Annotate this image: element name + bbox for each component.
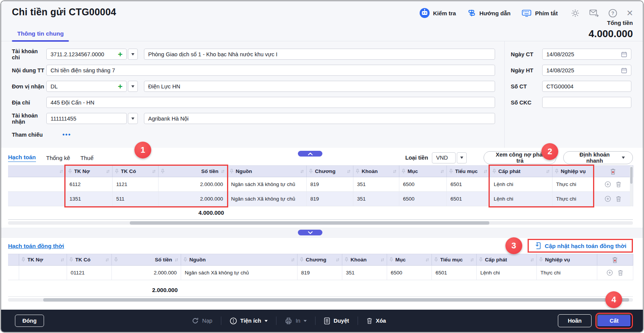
col-khoan[interactable]: Khoản (362, 168, 391, 174)
sort-icon[interactable] (175, 258, 178, 262)
utilities-button[interactable]: Tiện ích (230, 317, 268, 325)
gear-icon[interactable] (571, 9, 580, 18)
table-row[interactable]: 01121 2.000.000Ngân sách Xã không tự chủ… (8, 266, 633, 280)
pin-icon[interactable] (555, 169, 559, 174)
check-button[interactable]: Kiểm tra (420, 8, 456, 18)
table-row[interactable]: 1351511 2.000.000Ngân sách Xã không tự c… (8, 192, 633, 206)
col-cap-phat[interactable]: Cấp phát (499, 168, 544, 174)
receiver-desc[interactable]: Điện Lực HN (144, 81, 495, 92)
content-input[interactable]: Chi tiền điện sáng tháng 7 (46, 65, 495, 76)
sort-icon[interactable] (60, 258, 64, 262)
table-row[interactable]: 61121121 2.000.000Ngân sách Xã không tự … (8, 177, 633, 192)
receive-account-dropdown[interactable] (128, 113, 138, 124)
pin-icon[interactable] (21, 257, 25, 262)
col-nguon[interactable]: Nguồn (190, 257, 289, 263)
pin-icon[interactable] (230, 169, 234, 174)
pin-icon[interactable] (115, 169, 119, 174)
col-chuong[interactable]: Chương (306, 257, 333, 263)
delete-all-icon[interactable] (610, 168, 616, 175)
update-simultaneous-button[interactable]: Cập nhật hạch toán đồng thời (528, 239, 633, 253)
col-tieu-muc[interactable]: Tiểu mục (455, 168, 481, 174)
col-tieu-muc[interactable]: Tiểu mục (440, 257, 468, 263)
tab-thong-ke[interactable]: Thống kê (46, 155, 70, 161)
ckc-no-input[interactable] (542, 97, 631, 108)
sort-icon[interactable] (59, 169, 63, 174)
pin-icon[interactable] (356, 169, 360, 174)
col-muc[interactable]: Mục (396, 257, 423, 263)
pin-icon[interactable] (69, 257, 73, 262)
add-icon[interactable]: + (118, 82, 123, 90)
calendar-icon[interactable] (621, 51, 627, 57)
print-button[interactable]: In (285, 317, 307, 325)
col-so-tien[interactable]: Số tiền (120, 257, 172, 263)
add-row-icon[interactable] (605, 196, 611, 202)
sort-icon[interactable] (347, 169, 351, 174)
tab-thue[interactable]: Thuế (80, 155, 93, 161)
pin-icon[interactable] (68, 169, 72, 174)
approve-button[interactable]: Duyệt (324, 317, 349, 325)
pin-icon[interactable] (309, 169, 313, 174)
sort-icon[interactable] (440, 169, 444, 174)
sort-icon[interactable] (336, 258, 340, 262)
pin-icon[interactable] (449, 169, 453, 174)
delete-row-icon[interactable] (616, 196, 621, 202)
close-icon[interactable]: × (627, 9, 633, 17)
add-icon[interactable]: + (118, 50, 123, 58)
quick-posting-button[interactable]: Định khoản nhanh (563, 151, 633, 164)
sort-icon[interactable] (470, 258, 474, 262)
pin-icon[interactable] (114, 257, 118, 262)
pin-icon[interactable] (402, 169, 405, 174)
pin-icon[interactable] (434, 257, 438, 262)
tab-thong-tin-chung[interactable]: Thông tin chung (12, 30, 69, 41)
close-button[interactable]: Đóng (15, 315, 44, 327)
col-tk-co[interactable]: TK Có (75, 257, 103, 263)
pay-account-dropdown[interactable] (128, 49, 138, 60)
sort-icon[interactable] (221, 169, 225, 174)
tab-hach-toan[interactable]: Hạch toán (8, 154, 36, 162)
delete-row-icon[interactable] (618, 269, 623, 276)
delete-row-icon[interactable] (616, 181, 621, 188)
col-nghiep-vu[interactable]: Nghiệp vụ (561, 168, 591, 174)
col-nghiep-vu[interactable]: Nghiệp vụ (545, 257, 595, 263)
sort-icon[interactable] (546, 169, 550, 174)
pin-icon[interactable] (345, 257, 348, 262)
col-tk-no[interactable]: TK Nợ (74, 168, 104, 174)
col-nguon[interactable]: Nguồn (236, 168, 298, 174)
col-muc[interactable]: Mục (408, 168, 438, 174)
reload-button[interactable]: Nạp (192, 317, 212, 324)
currency-select[interactable]: VND (432, 152, 456, 163)
post-date-input[interactable]: 14/08/2025 (542, 65, 631, 76)
collapse-form-button[interactable] (298, 151, 322, 157)
col-khoan[interactable]: Khoản (351, 257, 378, 263)
doc-no-input[interactable]: CTG00004 (542, 81, 631, 92)
address-input[interactable]: 445 Đội Cấn - HN (46, 97, 495, 108)
receive-account-input[interactable]: 111111455 (46, 113, 127, 124)
sort-icon[interactable] (393, 169, 397, 174)
doc-date-input[interactable]: 14/08/2025 (542, 49, 631, 60)
pay-account-input[interactable]: 3711.2.1234567.0000 + (46, 49, 127, 60)
pin-icon[interactable] (539, 257, 543, 262)
sort-icon[interactable] (530, 258, 534, 262)
col-cap-phat[interactable]: Cấp phát (485, 257, 528, 263)
sort-icon[interactable] (300, 169, 304, 174)
shortcut-button[interactable]: Phím tắt (522, 10, 557, 17)
sort-icon[interactable] (291, 258, 295, 262)
horizontal-scrollbar[interactable] (8, 298, 633, 302)
horizontal-scrollbar[interactable] (8, 221, 633, 225)
sort-icon[interactable] (381, 258, 384, 262)
add-row-icon[interactable] (605, 181, 611, 188)
pin-icon[interactable] (300, 257, 304, 262)
col-tk-co[interactable]: TK Có (121, 168, 150, 174)
mail-icon[interactable] (589, 9, 599, 17)
pin-icon[interactable] (492, 169, 496, 174)
currency-dropdown[interactable] (457, 152, 467, 163)
col-tk-no[interactable]: TK Nợ (28, 257, 58, 263)
sort-icon[interactable] (106, 169, 110, 174)
save-button[interactable]: Cất (597, 314, 631, 327)
pay-account-desc[interactable]: Phòng Giao dịch số 1 - Kho bạc Nhà nước … (144, 49, 495, 60)
receive-account-desc[interactable]: Agribank Hà Nội (144, 113, 495, 124)
delete-all-icon[interactable] (612, 256, 618, 263)
add-row-icon[interactable] (606, 269, 613, 276)
pin-icon[interactable] (389, 257, 393, 262)
receiver-input[interactable]: DL + (46, 81, 127, 92)
